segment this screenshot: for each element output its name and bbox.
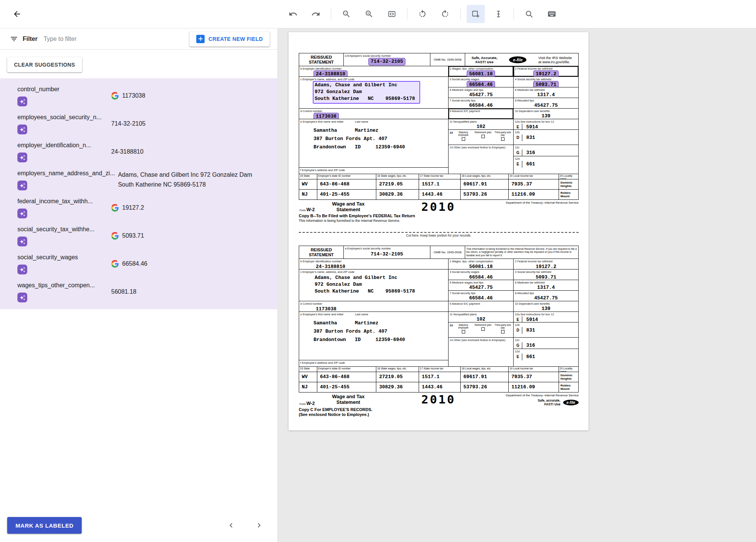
field-row[interactable]: federal_income_tax_withh... 19127.2 <box>0 193 277 221</box>
filter-input[interactable] <box>43 36 189 42</box>
employee-address-1: 387 Burton Fords Apt. 407 <box>314 136 448 142</box>
third-party-sick-pay-checkbox[interactable] <box>501 137 505 141</box>
field-row[interactable]: social_security_wages 66584.46 <box>0 249 277 277</box>
retirement-plan-checkbox[interactable] <box>481 327 485 331</box>
state-table-header: 15 State Employer's state ID number 16 S… <box>299 366 578 372</box>
box-6-medicare-tax: 6 Medicare tax withheld 1317.4 <box>513 280 578 291</box>
ssn-annotation[interactable]: 714-32-2105 <box>368 251 405 258</box>
reissued-statement: REISSUEDSTATEMENT <box>299 53 344 66</box>
auto-suggest-icon[interactable] <box>17 209 27 218</box>
employee-name: Samantha Martinez <box>314 320 448 327</box>
zoom-out-button[interactable] <box>337 5 355 23</box>
statutory-employee-checkbox[interactable] <box>462 330 465 333</box>
omb-number: OMB No. 1545-0008 <box>430 246 465 259</box>
box-2-federal-tax: 2 Federal income tax withheld 19127.2 <box>513 259 578 269</box>
draw-box-icon <box>471 9 480 19</box>
next-document-button[interactable] <box>251 518 267 533</box>
redo-button[interactable] <box>307 5 325 23</box>
copy-c-notes: Copy C For EMPLOYEE'S RECORDS. (See encl… <box>299 407 579 417</box>
field-row[interactable]: control_number 1173038 <box>0 81 277 109</box>
w2-copy-c: REISSUEDSTATEMENT a Employee's social se… <box>299 246 579 417</box>
box-12a: 12a See instructions for box 12 E5914 <box>513 312 578 322</box>
box-14-other: 14 Other (see enclosed Notice to Employe… <box>449 145 514 174</box>
employee-address-1: 387 Burton Fords Apt. 407 <box>314 328 448 335</box>
statutory-employee-checkbox[interactable] <box>462 137 465 141</box>
w2-form: REISSUEDSTATEMENT a Employee's social se… <box>299 246 579 417</box>
ein-annotation[interactable]: 24-3188810 <box>314 70 348 77</box>
draw-bounding-box-button[interactable] <box>467 5 485 23</box>
box-f-address: f Employee's address and ZIP code <box>299 168 448 174</box>
employer-annotation[interactable]: Adams, Chase and Gilbert Inc 972 Gonzale… <box>313 81 420 104</box>
back-button[interactable] <box>9 6 25 22</box>
field-row[interactable]: wages_tips_other_compen... 56081.18 <box>0 277 277 305</box>
auto-suggest-icon[interactable] <box>17 237 27 246</box>
search-button[interactable] <box>520 5 538 23</box>
visit-irs-text: Visit the IRS Websiteat www.irs.gov/efil… <box>538 56 572 64</box>
field-row[interactable]: social_security_tax_withhe... 5093.71 <box>0 221 277 249</box>
box-2-federal-tax: 2 Federal income tax withheld 19127.2 <box>513 66 578 77</box>
toolbar-separator <box>514 8 514 20</box>
retirement-plan-checkbox[interactable] <box>481 135 485 138</box>
auto-suggest-icon[interactable] <box>17 153 27 162</box>
control-number-annotation[interactable]: 1173038 <box>314 305 339 312</box>
employer-annotation[interactable]: Adams, Chase and Gilbert Inc 972 Gonzale… <box>313 274 420 296</box>
box-7-ss-tips: 7 Social security tips 66584.46 <box>449 291 514 301</box>
toolbar-separator <box>460 8 461 20</box>
box-12a: 12a See instructions for box 12 E5914 <box>513 119 578 130</box>
box-d-control-number: d Control number 1173038 <box>299 301 448 312</box>
ss-tax-annotation[interactable]: 5093.71 <box>533 274 559 280</box>
field-row[interactable]: employers_name_address_and_zi... Adams, … <box>0 165 277 193</box>
document-viewer: REISSUEDSTATEMENT a Employee's social se… <box>277 0 756 542</box>
ss-wages-annotation[interactable]: 66584.46 <box>467 274 495 280</box>
furnishing-notice: This information is being furnished to t… <box>465 247 578 257</box>
wages-annotation[interactable]: 56081.18 <box>467 263 495 269</box>
zoom-in-button[interactable] <box>360 5 378 23</box>
box-10-dependent-care: 10 Dependent care benefits 139 <box>513 109 578 119</box>
zoom-out-icon <box>342 9 351 19</box>
clear-suggestions-button[interactable]: CLEAR SUGGESTIONS <box>7 57 82 72</box>
box-13-checkboxes: 13 Statutory employee Retirement plan Th… <box>449 130 514 145</box>
ein-annotation[interactable]: 24-3188810 <box>314 263 348 269</box>
document-canvas[interactable]: REISSUEDSTATEMENT a Employee's social se… <box>277 28 756 542</box>
mark-as-labeled-button[interactable]: MARK AS LABELED <box>7 517 82 534</box>
ss-tax-annotation[interactable]: 5093.71 <box>533 81 559 87</box>
w2-copy-b: REISSUEDSTATEMENT a Employee's social se… <box>299 53 579 223</box>
keyboard-shortcuts-button[interactable] <box>543 5 561 23</box>
google-icon <box>111 232 119 240</box>
federal-tax-annotation[interactable]: 19127.2 <box>533 70 559 77</box>
next-icon <box>255 521 264 530</box>
reissued-statement: REISSUEDSTATEMENT <box>299 246 344 259</box>
undo-button[interactable] <box>284 5 302 23</box>
viewer-toolbar <box>277 0 756 28</box>
third-party-sick-pay-checkbox[interactable] <box>501 330 505 333</box>
field-name: federal_income_tax_withh... <box>17 197 108 206</box>
auto-suggest-icon[interactable] <box>17 97 27 106</box>
box-12d: 12d E661 <box>513 156 578 174</box>
auto-suggest-icon[interactable] <box>17 293 27 302</box>
create-new-field-button[interactable]: CREATE NEW FIELD <box>189 31 270 47</box>
code-view-button[interactable] <box>383 5 401 23</box>
field-name: social_security_wages <box>17 253 108 262</box>
rotate-right-button[interactable] <box>436 5 454 23</box>
auto-suggest-icon[interactable] <box>17 265 27 274</box>
field-row[interactable]: employer_identification_n... 24-3188810 <box>0 137 277 165</box>
box-6-medicare-tax: 6 Medicare tax withheld 1317.4 <box>513 87 578 98</box>
previous-document-button[interactable] <box>224 518 239 533</box>
box-d-control-number: d Control number 1173038 <box>299 109 448 119</box>
text-select-button[interactable] <box>489 5 508 23</box>
federal-tax-annotation[interactable]: 19127.2 <box>533 263 559 269</box>
box-1-wages: 1 Wages, tips, other compensation 56081.… <box>449 259 514 269</box>
back-icon <box>12 9 22 19</box>
box-8-allocated-tips: 8 Allocated tips 45427.75 <box>513 291 578 301</box>
ss-wages-annotation[interactable]: 66584.46 <box>467 81 495 87</box>
control-number-annotation[interactable]: 1173038 <box>314 113 339 119</box>
box-12b: 12b D831 <box>513 130 578 145</box>
field-row[interactable]: employees_social_security_n... 714-32-21… <box>0 109 277 137</box>
wages-annotation[interactable]: 56081.18 <box>467 70 495 77</box>
auto-suggest-icon[interactable] <box>17 125 27 134</box>
form-title: Wage and TaxStatement <box>332 201 365 212</box>
ssn-annotation[interactable]: 714-32-2105 <box>368 58 405 65</box>
auto-suggest-icon[interactable] <box>17 181 27 190</box>
box-e-employee: e Employee's first name and initialLast … <box>299 312 448 360</box>
rotate-left-button[interactable] <box>413 5 432 23</box>
